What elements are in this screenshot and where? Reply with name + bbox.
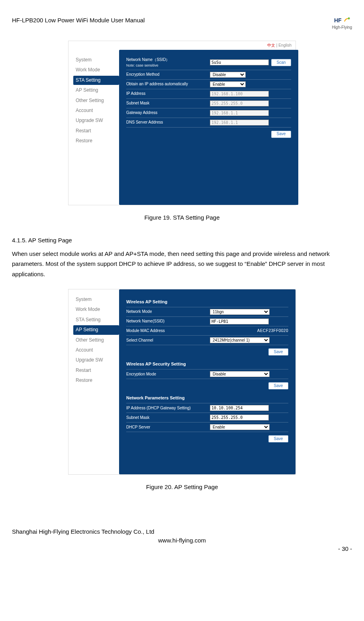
autoip-select[interactable]: Enable (210, 81, 246, 87)
sidebar-item-restart[interactable]: Restart (73, 126, 119, 136)
sidebar-item-workmode[interactable]: Work Mode (73, 65, 119, 75)
ap-mode-label: Network Mode (126, 309, 210, 315)
ap-mode-select[interactable]: 11bgn (210, 309, 270, 315)
ap-dhcp-select[interactable]: Enable (210, 424, 270, 430)
figure-20-caption: Figure 20. AP Setting Page (12, 483, 352, 491)
dns-input[interactable] (210, 120, 269, 126)
ap-ssid-label: Network Name(SSID) (126, 318, 210, 324)
ap-ip-label: IP Address (DHCP Gateway Setting) (126, 405, 210, 411)
sidebar-item-other[interactable]: Other Setting (73, 96, 119, 105)
enc-label: Encryption Method (126, 72, 210, 78)
doc-title: HF-LPB200 Low Power WiFi Module User Man… (12, 16, 145, 25)
sidebar-item-ap[interactable]: AP Setting (73, 86, 119, 95)
language-bar: 中文 | English (68, 41, 296, 50)
lang-sep: | (275, 43, 278, 47)
footer-page: - 30 - (12, 544, 352, 553)
sidebar-item-account[interactable]: Account (73, 106, 119, 115)
ap-mac-value: AECF23FF0020 (257, 328, 288, 334)
gw-input[interactable] (210, 110, 269, 116)
ap-enc-label: Encryption Mode (126, 371, 210, 377)
mask-input[interactable] (210, 100, 269, 106)
page-footer: Shanghai High-Flying Electronics Technol… (12, 527, 352, 553)
sidebar-item-system[interactable]: System (73, 295, 119, 304)
ap-section-head-wireless: Wireless AP Setting (126, 297, 288, 307)
figure-19-caption: Figure 19. STA Setting Page (12, 213, 352, 222)
footer-company: Shanghai High-Flying Electronics Technol… (12, 527, 352, 536)
save-button[interactable]: Save (271, 131, 291, 138)
ap-enc-select[interactable]: Disable (210, 371, 270, 377)
ip-input[interactable] (210, 91, 269, 97)
ap-section-head-net: Network Parameters Setting (126, 393, 288, 403)
mask-label: Subnet Mask (126, 100, 210, 106)
ssid-label: Network Name（SSID） (126, 57, 210, 63)
ssid-input[interactable] (210, 59, 269, 65)
sidebar-item-restore[interactable]: Restore (73, 376, 119, 385)
sidebar: System Work Mode STA Setting AP Setting … (68, 50, 119, 205)
ap-mask-label: Subnet Mask (126, 415, 210, 421)
ap-ch-label: Select Channel (126, 338, 210, 344)
section-4-1-5-heading: 4.1.5. AP Setting Page (12, 236, 352, 245)
sidebar-item-upgrade[interactable]: Upgrade SW (73, 356, 119, 365)
sta-setting-screenshot: 中文 | English System Work Mode STA Settin… (68, 41, 296, 206)
section-4-1-5-body: When user select module works at AP and … (12, 249, 352, 279)
lang-en-link[interactable]: English (278, 43, 292, 47)
ssid-note: Note: case sensitive (126, 63, 210, 68)
ap-mask-input[interactable] (210, 415, 269, 421)
footer-site: www.hi-flying.com (12, 536, 352, 545)
sidebar-item-restart[interactable]: Restart (73, 366, 119, 375)
sidebar-item-ap[interactable]: AP Setting (73, 325, 119, 334)
autoip-label: Obtain an IP address automatically (126, 81, 210, 87)
sidebar-item-sta[interactable]: STA Setting (73, 76, 119, 85)
ap-dhcp-label: DHCP Server (126, 424, 210, 430)
sidebar-item-other[interactable]: Other Setting (73, 336, 119, 345)
ap-save-button-1[interactable]: Save (268, 348, 288, 356)
lang-cn-link[interactable]: 中文 (267, 43, 275, 47)
brand-logo-text: High-Flying (332, 25, 352, 29)
ap-mac-label: Module MAC Address (126, 328, 210, 334)
brand-logo: HF High-Flying (332, 16, 352, 31)
sidebar-item-workmode[interactable]: Work Mode (73, 305, 119, 314)
ap-save-button-2[interactable]: Save (268, 382, 288, 389)
ap-ip-input[interactable] (210, 405, 269, 411)
svg-point-1 (348, 18, 350, 20)
ap-ch-select[interactable]: 2412MHz(channel 1) (210, 337, 270, 343)
sidebar-item-account[interactable]: Account (73, 346, 119, 355)
ip-label: IP Address (126, 91, 210, 97)
ap-form: Wireless AP Setting Network Mode 11bgn N… (119, 289, 296, 474)
sta-form: Network Name（SSID） Note: case sensitive … (119, 50, 298, 205)
enc-select[interactable]: Disable (210, 72, 246, 78)
gw-label: Gateway Address (126, 110, 210, 116)
sidebar-item-sta[interactable]: STA Setting (73, 315, 119, 324)
ap-setting-screenshot: System Work Mode STA Setting AP Setting … (68, 289, 296, 475)
scan-button[interactable]: Scan (271, 59, 291, 66)
ap-ssid-input[interactable] (210, 318, 269, 324)
sidebar: System Work Mode STA Setting AP Setting … (68, 289, 119, 474)
sidebar-item-system[interactable]: System (73, 55, 119, 65)
svg-text:HF: HF (334, 17, 342, 24)
sidebar-item-upgrade[interactable]: Upgrade SW (73, 116, 119, 125)
ap-save-button-3[interactable]: Save (268, 435, 288, 442)
dns-label: DNS Server Address (126, 120, 210, 126)
doc-header: HF-LPB200 Low Power WiFi Module User Man… (12, 16, 352, 31)
sidebar-item-restore[interactable]: Restore (73, 136, 119, 145)
ap-section-head-security: Wireless AP Security Setting (126, 359, 288, 369)
